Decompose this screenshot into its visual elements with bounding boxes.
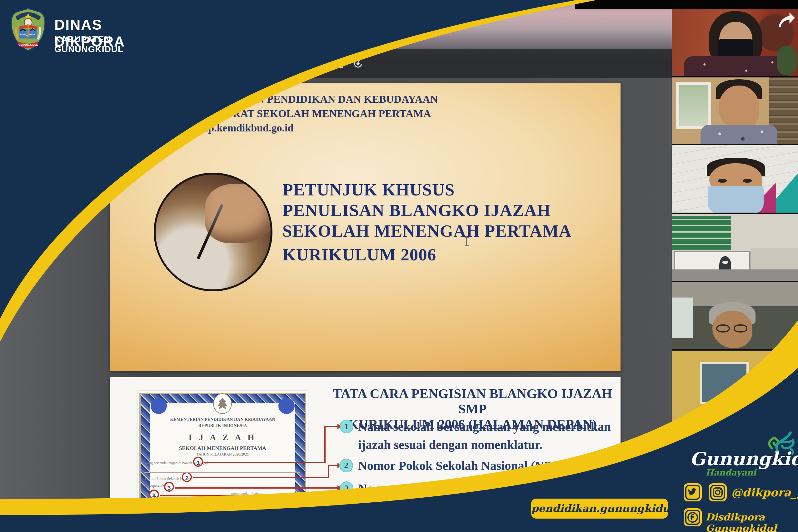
certificate-corner-medallion <box>278 398 295 414</box>
kemdikbud-tutwuri-logo <box>124 85 171 141</box>
title-line: TATA CARA PENGISIAN BLANGKO IJAZAH SMP <box>329 386 616 417</box>
video-tile-participant-2[interactable] <box>672 77 798 145</box>
item-line: Nama nomenklatur kabupaten/kota*) ( <box>358 479 567 498</box>
item-3-badge: 3 <box>340 481 353 495</box>
agency-subtitle: KABUPATEN GUNUNGKIDUL <box>54 34 123 54</box>
pdf-page-12: KEMENTERIAN PENDIDIKAN DAN KEBUDAYAAN DI… <box>110 83 620 371</box>
cert-annotation-2: 2 <box>182 472 192 482</box>
writing-hand-photo <box>154 173 272 291</box>
zoom-out-button[interactable]: − <box>259 58 264 69</box>
garuda-emblem <box>213 393 232 414</box>
slide1-title: PETUNJUK KHUSUS PENULISAN BLANGKO IJAZAH… <box>283 179 572 265</box>
zoom-level[interactable]: 100% <box>272 58 300 69</box>
facebook-name: Disdikpora Gunungkidul <box>706 511 798 532</box>
item-line: ijazah sesuai dengan nomenklatur. <box>358 436 611 454</box>
title-line: KURIKULUM 2006 <box>283 245 572 265</box>
gunungkidul-seal: GUNUNGKIDUL <box>9 7 48 51</box>
toolbar-divider: | <box>322 58 324 69</box>
page-total: 55 <box>235 58 243 69</box>
title-line: SEKOLAH MENENGAH PERTAMA <box>283 221 572 241</box>
text-cursor <box>466 237 467 246</box>
item-2-text: Nomor Pokok Sekolah Nasional (NPSN) <box>358 457 572 475</box>
social-handle: @dikpora_gk <box>731 486 798 499</box>
cert-annotation-1: 1 <box>193 457 203 467</box>
item-line: Nomor Pokok Sekolah Nasional (NPSN) <box>358 457 572 475</box>
toolbar-divider: | <box>251 58 252 69</box>
item-2-badge: 2 <box>339 459 353 472</box>
cert-ministry: KEMENTERIAN PENDIDIKAN DAN KEBUDAYAAN <box>138 417 308 422</box>
fit-page-icon[interactable] <box>333 58 344 69</box>
certificate-corner-medallion <box>151 398 167 414</box>
ijazah-certificate-preview: KEMENTERIAN PENDIDIKAN DAN KEBUDAYAAN RE… <box>138 391 308 532</box>
cert-school-level: SEKOLAH MENENGAH PERTAMA <box>138 445 308 452</box>
cert-note: menerangkan bahwa <box>231 491 262 496</box>
title-line: PETUNJUK KHUSUS <box>283 179 572 200</box>
brand-tagline: Handayani <box>706 468 756 477</box>
rotate-icon[interactable] <box>352 58 364 69</box>
org-line: ditsmp.kemdikbud.go.id <box>183 121 438 135</box>
cert-academic-year: TAHUN PELAJARAN 2020/2021 <box>138 452 308 457</box>
video-tile-participant-5[interactable] <box>672 282 798 350</box>
seal-ribbon-text: GUNUNGKIDUL <box>18 43 38 46</box>
footer-brand-block: Gunungkidul Handayani @dikpora_gk Disdik… <box>672 428 798 532</box>
twitter-icon <box>684 483 702 501</box>
video-tile-participant-4[interactable] <box>672 214 798 281</box>
zoom-in-button[interactable]: + <box>307 58 312 69</box>
website-badge: pendidikan.gunungkidulkab.go.id <box>531 499 668 518</box>
share-arrow-icon[interactable] <box>776 11 796 31</box>
item-1-badge: 1 <box>340 420 353 433</box>
item-line: Nama sekolah bersangkutan yang menerbitk… <box>358 418 611 436</box>
video-tile-participant-3[interactable] <box>672 145 798 213</box>
top-black-bar <box>575 0 798 10</box>
brand-name: Gunungkidul <box>690 448 798 470</box>
org-line: KEMENTERIAN PENDIDIKAN DAN KEBUDAYAAN <box>183 92 438 107</box>
item-1-text: Nama sekolah bersangkutan yang menerbitk… <box>358 418 611 454</box>
cert-annotation-3: 3 <box>164 482 174 492</box>
page-separator: / <box>229 58 230 69</box>
instagram-icon <box>709 483 727 501</box>
cert-annotation-4: 4 <box>149 490 159 499</box>
page-number-input[interactable]: 12 <box>211 58 224 69</box>
facebook-icon <box>684 508 702 526</box>
screen-share-region: 12 / 55 | − 100% + | KEMENTERIAN PENDIDI… <box>0 0 672 532</box>
org-line: DIREKTORAT SEKOLAH MENENGAH PERTAMA <box>183 107 438 121</box>
cert-republic: REPUBLIK INDONESIA <box>138 423 308 428</box>
title-line: PENULISAN BLANGKO IJAZAH <box>283 200 572 221</box>
slide1-org-block: KEMENTERIAN PENDIDIKAN DAN KEBUDAYAAN DI… <box>183 92 438 135</box>
cert-doc-title: I J A Z A H <box>138 433 308 442</box>
